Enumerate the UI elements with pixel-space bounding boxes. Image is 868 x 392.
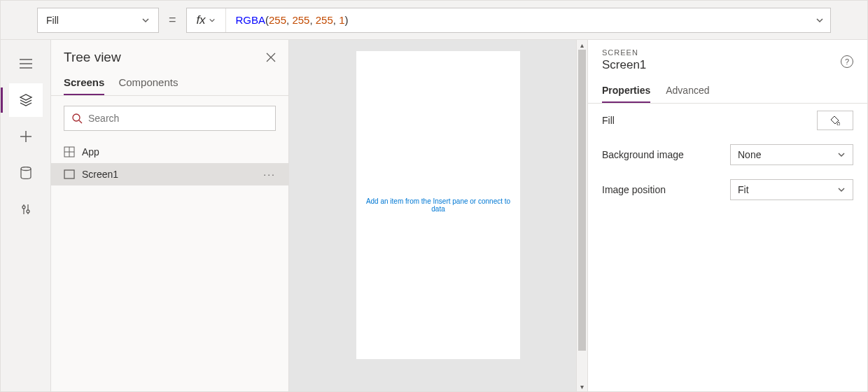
screen-icon xyxy=(64,169,75,179)
element-name: Screen1 xyxy=(602,58,853,72)
search-wrap xyxy=(51,96,288,141)
more-icon[interactable]: ··· xyxy=(263,169,276,180)
scrollbar-thumb[interactable] xyxy=(578,50,586,351)
svg-point-3 xyxy=(73,114,80,121)
formula-input[interactable]: RGBA(255, 255, 255, 1) xyxy=(226,14,809,27)
tab-properties[interactable]: Properties xyxy=(602,85,650,103)
tree-title: Tree view xyxy=(64,50,121,65)
tab-advanced[interactable]: Advanced xyxy=(666,85,709,103)
img-pos-value: Fit xyxy=(738,184,749,195)
bg-image-dropdown[interactable]: None xyxy=(730,144,853,165)
chevron-down-icon xyxy=(141,16,150,24)
properties-panel: SCREEN Screen1 ? Properties Advanced Fil… xyxy=(587,40,867,391)
tree-item-label: App xyxy=(82,146,99,158)
svg-point-0 xyxy=(21,167,31,171)
prop-row-fill: Fill xyxy=(588,104,867,137)
props-tabs: Properties Advanced xyxy=(588,79,867,104)
prop-label-bg-image: Background image xyxy=(602,149,714,160)
prop-row-bg-image: Background image None xyxy=(588,137,867,172)
tree-item-screen1[interactable]: Screen1 ··· xyxy=(51,163,288,186)
svg-point-2 xyxy=(27,210,29,213)
canvas-hint: Add an item from the Insert pane or conn… xyxy=(356,197,520,213)
fill-color-picker[interactable] xyxy=(817,111,853,130)
data-rail-icon[interactable] xyxy=(9,156,43,190)
prop-label-img-pos: Image position xyxy=(602,184,714,195)
paint-bucket-icon xyxy=(830,115,840,125)
chevron-down-icon xyxy=(837,186,846,194)
tree-item-app[interactable]: App xyxy=(51,141,288,163)
tree-list: App Screen1 ··· xyxy=(51,141,288,186)
scroll-down-icon[interactable]: ▾ xyxy=(577,382,587,391)
tools-rail-icon[interactable] xyxy=(9,192,43,226)
img-pos-dropdown[interactable]: Fit xyxy=(730,179,853,200)
formula-input-area: fx RGBA(255, 255, 255, 1) xyxy=(186,8,831,33)
property-selector-value: Fill xyxy=(46,15,59,26)
search-box[interactable] xyxy=(64,106,276,131)
tab-components[interactable]: Components xyxy=(118,76,178,95)
tab-screens[interactable]: Screens xyxy=(64,76,104,95)
bg-image-value: None xyxy=(738,149,761,160)
element-type-label: SCREEN xyxy=(602,48,853,57)
screen-canvas[interactable]: Add an item from the Insert pane or conn… xyxy=(356,51,520,359)
prop-label-fill: Fill xyxy=(602,115,714,126)
help-icon[interactable]: ? xyxy=(841,55,853,68)
close-icon[interactable] xyxy=(266,52,276,62)
tree-header: Tree view xyxy=(51,40,288,69)
insert-rail-icon[interactable] xyxy=(9,120,43,153)
property-selector[interactable]: Fill xyxy=(37,8,159,33)
tree-view-rail-icon[interactable] xyxy=(9,83,43,117)
search-input[interactable] xyxy=(88,113,268,124)
formula-func: RGBA xyxy=(236,14,266,26)
formula-expand-button[interactable] xyxy=(809,16,830,24)
tree-view-panel: Tree view Screens Components App xyxy=(51,40,289,391)
fx-button[interactable]: fx xyxy=(187,8,226,32)
svg-point-1 xyxy=(22,206,25,209)
app-icon xyxy=(64,146,75,158)
tree-item-label: Screen1 xyxy=(82,169,118,180)
svg-rect-5 xyxy=(64,170,74,178)
main-area: Tree view Screens Components App xyxy=(1,40,867,391)
chevron-down-icon xyxy=(837,150,846,159)
search-icon xyxy=(71,113,83,124)
hamburger-menu-icon[interactable] xyxy=(9,47,43,80)
prop-row-img-pos: Image position Fit xyxy=(588,172,867,207)
props-header: SCREEN Screen1 ? xyxy=(588,48,867,79)
canvas-area: Add an item from the Insert pane or conn… xyxy=(289,40,587,391)
scroll-up-icon[interactable]: ▴ xyxy=(577,40,587,50)
equals-sign: = xyxy=(166,13,179,27)
fx-label: fx xyxy=(196,13,205,27)
vertical-scrollbar[interactable]: ▴ ▾ xyxy=(576,40,587,391)
left-rail xyxy=(1,40,51,391)
formula-bar: Fill = fx RGBA(255, 255, 255, 1) xyxy=(1,1,867,40)
tree-tabs: Screens Components xyxy=(51,69,288,96)
